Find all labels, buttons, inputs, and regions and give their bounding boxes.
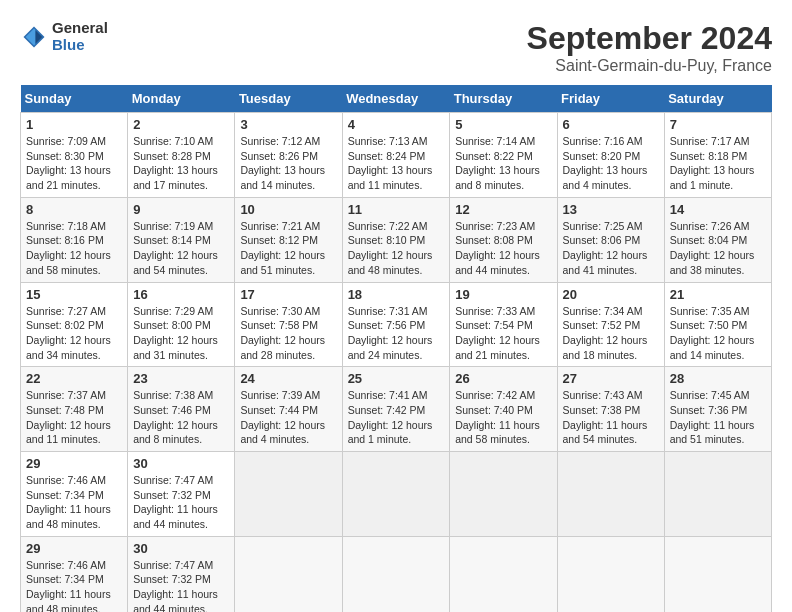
calendar-day-empty bbox=[450, 536, 557, 612]
header-monday: Monday bbox=[128, 85, 235, 113]
header-saturday: Saturday bbox=[664, 85, 771, 113]
calendar-day-28: 28Sunrise: 7:45 AMSunset: 7:36 PMDayligh… bbox=[664, 367, 771, 452]
logo: General Blue bbox=[20, 20, 108, 53]
logo-icon bbox=[20, 23, 48, 51]
calendar-day-15: 15Sunrise: 7:27 AMSunset: 8:02 PMDayligh… bbox=[21, 282, 128, 367]
calendar-day-14: 14Sunrise: 7:26 AMSunset: 8:04 PMDayligh… bbox=[664, 197, 771, 282]
calendar-week-4: 29Sunrise: 7:46 AMSunset: 7:34 PMDayligh… bbox=[21, 452, 772, 537]
calendar-week-0: 1Sunrise: 7:09 AMSunset: 8:30 PMDaylight… bbox=[21, 113, 772, 198]
calendar-day-5: 5Sunrise: 7:14 AMSunset: 8:22 PMDaylight… bbox=[450, 113, 557, 198]
calendar-day-empty bbox=[235, 452, 342, 537]
calendar-title: September 2024 bbox=[527, 20, 772, 57]
calendar-day-empty bbox=[342, 452, 450, 537]
logo-general-text: General bbox=[52, 20, 108, 37]
calendar-day-29: 29Sunrise: 7:46 AMSunset: 7:34 PMDayligh… bbox=[21, 452, 128, 537]
calendar-week-5: 29Sunrise: 7:46 AMSunset: 7:34 PMDayligh… bbox=[21, 536, 772, 612]
calendar-day-30: 30Sunrise: 7:47 AMSunset: 7:32 PMDayligh… bbox=[128, 536, 235, 612]
calendar-day-30: 30Sunrise: 7:47 AMSunset: 7:32 PMDayligh… bbox=[128, 452, 235, 537]
calendar-day-7: 7Sunrise: 7:17 AMSunset: 8:18 PMDaylight… bbox=[664, 113, 771, 198]
calendar-day-18: 18Sunrise: 7:31 AMSunset: 7:56 PMDayligh… bbox=[342, 282, 450, 367]
calendar-day-empty bbox=[342, 536, 450, 612]
calendar-day-2: 2Sunrise: 7:10 AMSunset: 8:28 PMDaylight… bbox=[128, 113, 235, 198]
calendar-day-16: 16Sunrise: 7:29 AMSunset: 8:00 PMDayligh… bbox=[128, 282, 235, 367]
calendar-day-29: 29Sunrise: 7:46 AMSunset: 7:34 PMDayligh… bbox=[21, 536, 128, 612]
calendar-day-empty bbox=[235, 536, 342, 612]
calendar-day-12: 12Sunrise: 7:23 AMSunset: 8:08 PMDayligh… bbox=[450, 197, 557, 282]
calendar-day-empty bbox=[557, 536, 664, 612]
calendar-day-empty bbox=[557, 452, 664, 537]
header-friday: Friday bbox=[557, 85, 664, 113]
calendar-day-21: 21Sunrise: 7:35 AMSunset: 7:50 PMDayligh… bbox=[664, 282, 771, 367]
calendar-day-19: 19Sunrise: 7:33 AMSunset: 7:54 PMDayligh… bbox=[450, 282, 557, 367]
calendar-day-25: 25Sunrise: 7:41 AMSunset: 7:42 PMDayligh… bbox=[342, 367, 450, 452]
calendar-day-empty bbox=[450, 452, 557, 537]
logo-blue-text: Blue bbox=[52, 37, 108, 54]
calendar-day-17: 17Sunrise: 7:30 AMSunset: 7:58 PMDayligh… bbox=[235, 282, 342, 367]
calendar-week-1: 8Sunrise: 7:18 AMSunset: 8:16 PMDaylight… bbox=[21, 197, 772, 282]
calendar-week-3: 22Sunrise: 7:37 AMSunset: 7:48 PMDayligh… bbox=[21, 367, 772, 452]
calendar-day-22: 22Sunrise: 7:37 AMSunset: 7:48 PMDayligh… bbox=[21, 367, 128, 452]
calendar-week-2: 15Sunrise: 7:27 AMSunset: 8:02 PMDayligh… bbox=[21, 282, 772, 367]
calendar-table: Sunday Monday Tuesday Wednesday Thursday… bbox=[20, 85, 772, 612]
calendar-day-26: 26Sunrise: 7:42 AMSunset: 7:40 PMDayligh… bbox=[450, 367, 557, 452]
calendar-header-row: Sunday Monday Tuesday Wednesday Thursday… bbox=[21, 85, 772, 113]
header-wednesday: Wednesday bbox=[342, 85, 450, 113]
calendar-subtitle: Saint-Germain-du-Puy, France bbox=[527, 57, 772, 75]
calendar-day-13: 13Sunrise: 7:25 AMSunset: 8:06 PMDayligh… bbox=[557, 197, 664, 282]
calendar-day-4: 4Sunrise: 7:13 AMSunset: 8:24 PMDaylight… bbox=[342, 113, 450, 198]
header-sunday: Sunday bbox=[21, 85, 128, 113]
calendar-day-11: 11Sunrise: 7:22 AMSunset: 8:10 PMDayligh… bbox=[342, 197, 450, 282]
title-area: September 2024 Saint-Germain-du-Puy, Fra… bbox=[527, 20, 772, 75]
calendar-day-3: 3Sunrise: 7:12 AMSunset: 8:26 PMDaylight… bbox=[235, 113, 342, 198]
calendar-day-6: 6Sunrise: 7:16 AMSunset: 8:20 PMDaylight… bbox=[557, 113, 664, 198]
calendar-day-empty bbox=[664, 452, 771, 537]
page-header: General Blue September 2024 Saint-Germai… bbox=[20, 20, 772, 75]
calendar-day-8: 8Sunrise: 7:18 AMSunset: 8:16 PMDaylight… bbox=[21, 197, 128, 282]
calendar-day-1: 1Sunrise: 7:09 AMSunset: 8:30 PMDaylight… bbox=[21, 113, 128, 198]
header-thursday: Thursday bbox=[450, 85, 557, 113]
calendar-day-20: 20Sunrise: 7:34 AMSunset: 7:52 PMDayligh… bbox=[557, 282, 664, 367]
calendar-day-empty bbox=[664, 536, 771, 612]
calendar-day-27: 27Sunrise: 7:43 AMSunset: 7:38 PMDayligh… bbox=[557, 367, 664, 452]
calendar-day-9: 9Sunrise: 7:19 AMSunset: 8:14 PMDaylight… bbox=[128, 197, 235, 282]
logo-text: General Blue bbox=[52, 20, 108, 53]
calendar-day-10: 10Sunrise: 7:21 AMSunset: 8:12 PMDayligh… bbox=[235, 197, 342, 282]
calendar-day-24: 24Sunrise: 7:39 AMSunset: 7:44 PMDayligh… bbox=[235, 367, 342, 452]
header-tuesday: Tuesday bbox=[235, 85, 342, 113]
calendar-day-23: 23Sunrise: 7:38 AMSunset: 7:46 PMDayligh… bbox=[128, 367, 235, 452]
